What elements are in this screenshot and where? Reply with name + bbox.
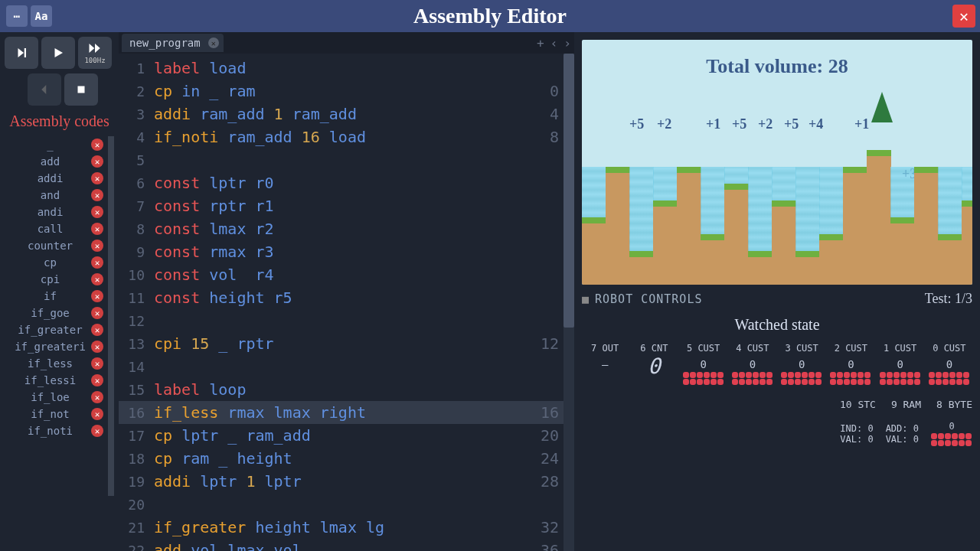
test-counter: Test: 1/3 <box>925 291 972 307</box>
svg-rect-0 <box>24 48 26 57</box>
scrollbar-thumb[interactable] <box>564 54 574 328</box>
delete-icon[interactable]: ✕ <box>91 290 103 302</box>
code-line[interactable]: 8const lmax r2 <box>119 217 574 240</box>
assembly-codes-title: Assembly codes <box>5 112 114 130</box>
state-cell: 7 OUT– <box>582 343 628 385</box>
delete-icon[interactable]: ✕ <box>91 391 103 403</box>
code-line[interactable]: 10const vol r4 <box>119 263 574 286</box>
state-cell: 2 CUST0 <box>828 343 874 385</box>
stop-mini-icon[interactable]: ■ <box>582 292 589 306</box>
delete-icon[interactable]: ✕ <box>91 357 103 370</box>
ram-header: 10 STC <box>840 399 876 410</box>
code-line[interactable]: 4if_noti ram_add 16 load8 <box>119 126 574 148</box>
state-cell: 6 CNT0 <box>631 343 677 385</box>
info-cell: ADD: 0VAL: 0 <box>886 423 919 445</box>
delete-icon[interactable]: ✕ <box>91 341 103 353</box>
code-line[interactable]: 9const rmax r3 <box>119 240 574 263</box>
asm-code-item[interactable]: if_not✕ <box>5 406 108 422</box>
watched-state-title: Watched state <box>582 316 972 334</box>
play-button[interactable] <box>41 37 75 69</box>
asm-code-item[interactable]: _✕ <box>5 136 108 153</box>
code-line[interactable]: 11const height r5 <box>119 286 574 309</box>
code-line[interactable]: 14 <box>119 355 574 378</box>
code-line[interactable]: 3addi ram_add 1 ram_add4 <box>119 103 574 126</box>
robot-controls-label: ROBOT CONTROLS <box>595 292 702 306</box>
delete-icon[interactable]: ✕ <box>91 139 103 151</box>
code-line[interactable]: 20 <box>119 493 574 516</box>
asm-code-item[interactable]: if✕ <box>5 288 108 305</box>
delete-icon[interactable]: ✕ <box>91 189 103 201</box>
asm-code-item[interactable]: if_less✕ <box>5 355 108 372</box>
delete-icon[interactable]: ✕ <box>91 374 103 386</box>
asm-code-item[interactable]: if_goe✕ <box>5 305 108 321</box>
prev-tab-icon[interactable]: ‹ <box>550 36 558 51</box>
stop-button[interactable] <box>64 73 98 106</box>
menu-button[interactable]: ⋯ <box>6 5 28 27</box>
svg-rect-1 <box>78 86 85 93</box>
step-button[interactable] <box>5 37 38 69</box>
code-line[interactable]: 22add vol lmax vol36 <box>119 539 574 551</box>
asm-code-item[interactable]: and✕ <box>5 187 108 204</box>
code-line[interactable]: 1label load <box>119 57 574 80</box>
asm-code-item[interactable]: cpi✕ <box>5 271 108 288</box>
delete-icon[interactable]: ✕ <box>91 408 103 420</box>
tab-close-icon[interactable]: ✕ <box>208 37 219 48</box>
code-line[interactable]: 7const rptr r1 <box>119 194 574 217</box>
code-line[interactable]: 15label loop <box>119 378 574 401</box>
asm-code-item[interactable]: call✕ <box>5 220 108 237</box>
ram-header: 9 RAM <box>891 399 921 410</box>
code-line[interactable]: 13cpi 15 _ rptr12 <box>119 332 574 355</box>
scrollbar[interactable] <box>564 54 574 551</box>
asm-code-item[interactable]: addi✕ <box>5 170 108 187</box>
code-line[interactable]: 18cp ram _ height24 <box>119 447 574 470</box>
asm-code-item[interactable]: if_greater✕ <box>5 321 108 338</box>
asm-code-item[interactable]: add✕ <box>5 153 108 170</box>
code-editor[interactable]: 1label load2cp in _ ram03addi ram_add 1 … <box>119 54 574 551</box>
delete-icon[interactable]: ✕ <box>91 240 103 252</box>
game-visualization: Total volume: 28 +5 +2 +1 +5 +2 +5 +4 +1… <box>582 40 972 285</box>
code-line[interactable]: 17cp lptr _ ram_add20 <box>119 424 574 447</box>
code-line[interactable]: 5 <box>119 148 574 171</box>
asm-code-item[interactable]: counter✕ <box>5 237 108 254</box>
code-line[interactable]: 6const lptr r0 <box>119 171 574 194</box>
delete-icon[interactable]: ✕ <box>91 273 103 285</box>
back-button[interactable] <box>28 73 61 106</box>
asm-code-item[interactable]: andi✕ <box>5 204 108 220</box>
game-title: Total volume: 28 <box>582 55 972 78</box>
code-line[interactable]: 21if_greater height lmax lg32 <box>119 516 574 539</box>
assembly-codes-list: _✕add✕addi✕and✕andi✕call✕counter✕cp✕cpi✕… <box>5 136 114 496</box>
info-cell: 0 <box>931 421 972 446</box>
asm-code-item[interactable]: if_lessi✕ <box>5 372 108 389</box>
state-cell: 1 CUST0 <box>877 343 923 385</box>
code-line[interactable]: 19addi lptr 1 lptr28 <box>119 470 574 493</box>
state-cell: 4 CUST0 <box>730 343 776 385</box>
state-cell: 0 CUST0 <box>926 343 972 385</box>
info-cell: IND: 0VAL: 0 <box>840 423 873 445</box>
ram-header: 8 BYTE <box>936 399 972 410</box>
tab-new-program[interactable]: new_program ✕ <box>122 34 224 52</box>
delete-icon[interactable]: ✕ <box>91 324 103 336</box>
fast-button[interactable]: 100Hz <box>78 37 112 69</box>
state-cell: 3 CUST0 <box>779 343 825 385</box>
asm-code-item[interactable]: if_greateri✕ <box>5 338 108 355</box>
delete-icon[interactable]: ✕ <box>91 155 103 168</box>
asm-code-item[interactable]: if_noti✕ <box>5 422 108 439</box>
code-line[interactable]: 2cp in _ ram0 <box>119 80 574 103</box>
next-tab-icon[interactable]: › <box>564 36 571 51</box>
state-cell: 5 CUST0 <box>681 343 727 385</box>
delete-icon[interactable]: ✕ <box>91 425 103 437</box>
delete-icon[interactable]: ✕ <box>91 206 103 218</box>
new-tab-button[interactable]: + <box>537 36 544 51</box>
code-line[interactable]: 12 <box>119 309 574 332</box>
delete-icon[interactable]: ✕ <box>91 307 103 319</box>
delete-icon[interactable]: ✕ <box>91 223 103 235</box>
delete-icon[interactable]: ✕ <box>91 256 103 269</box>
close-button[interactable]: ✕ <box>952 5 975 28</box>
asm-code-item[interactable]: cp✕ <box>5 254 108 271</box>
font-button[interactable]: Aa <box>31 5 52 27</box>
window-title: Assembly Editor <box>413 4 567 28</box>
asm-code-item[interactable]: if_loe✕ <box>5 389 108 406</box>
code-line[interactable]: 16if_less rmax lmax right16 <box>119 401 574 424</box>
delete-icon[interactable]: ✕ <box>91 172 103 184</box>
